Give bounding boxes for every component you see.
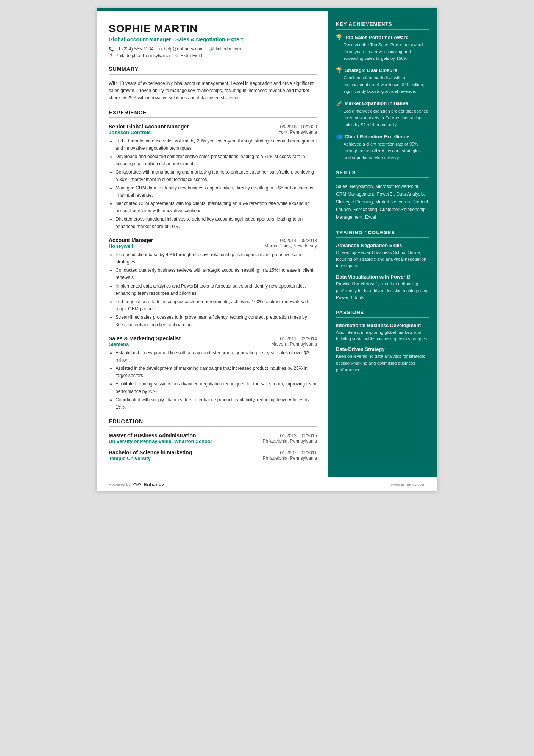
edu-entry-1: Master of Business Administration 01/201…: [109, 432, 317, 444]
footer: Powered by Enhancv www.enhancv.com: [97, 477, 437, 491]
footer-website: www.enhancv.com: [391, 482, 425, 487]
extra-field-value: Extra Field: [180, 53, 202, 58]
phone-icon: 📞: [109, 47, 114, 52]
phone-item: 📞 +1-(234)-555-1234: [109, 46, 153, 52]
training-section: TRAINING / COURSES Advanced Negotiation …: [336, 230, 429, 301]
achievement-desc-2: Clinched a landmark deal with a multinat…: [336, 75, 429, 95]
job-entry-3: Sales & Marketing Specialist 01/2011 - 0…: [109, 335, 317, 411]
job-bullets-1: Led a team to increase sales volume by 2…: [109, 138, 317, 230]
job-location-2: Morris Plains, New Jersey: [264, 243, 317, 249]
bullet: Collaborated with manufacturing and mark…: [116, 169, 317, 183]
star-icon: ☆: [175, 53, 179, 58]
achievement-item-3: 🚀 Market Expansion Initiative Led a mark…: [336, 100, 429, 128]
email-icon: ✉: [159, 47, 162, 52]
right-column: KEY ACHIEVEMENTS 🏆 Top Sales Performer A…: [328, 11, 437, 477]
job-entry-2: Account Manager 03/2014 - 05/2018 Honeyw…: [109, 237, 317, 329]
rocket-icon: 🚀: [336, 100, 342, 106]
job-company-3: Siemens: [109, 341, 129, 347]
edu-degree-1: Master of Business Administration: [109, 432, 196, 438]
education-section: EDUCATION Master of Business Administrat…: [109, 418, 317, 461]
edu-header-1: Master of Business Administration 01/201…: [109, 432, 317, 438]
job-role-1: Senior Global Account Manager: [109, 124, 189, 130]
job-location-3: Malvern, Pennsylvania: [271, 341, 317, 347]
achievement-desc-1: Received the Top Sales Performer award t…: [336, 42, 429, 62]
linkedin-value: linkedin.com: [216, 46, 241, 52]
job-company-1: Johnson Controls: [109, 130, 151, 135]
passion-desc-2: Keen on leveraging data analytics for st…: [336, 353, 429, 373]
passion-item-1: International Business Development Avid …: [336, 322, 429, 343]
bullet: Managed CRM data to identify new busines…: [116, 185, 317, 199]
edu-dates-1: 01/2013 - 01/2015: [280, 433, 317, 438]
achievement-title-1: 🏆 Top Sales Performer Award: [336, 34, 429, 40]
bullet: Facilitated training sessions on advance…: [116, 380, 317, 395]
resume-body: SOPHIE MARTIN Global Account Manager | S…: [97, 11, 437, 477]
edu-location-1: Philadelphia, Pennsylvania: [263, 438, 317, 444]
skills-title: SKILLS: [336, 170, 429, 178]
job-company-2: Honeywell: [109, 243, 133, 249]
job-role-2: Account Manager: [109, 237, 153, 243]
achievements-title: KEY ACHIEVEMENTS: [336, 21, 429, 30]
top-accent-bar: [97, 8, 437, 11]
job-company-row-1: Johnson Controls York, Pennsylvania: [109, 130, 317, 135]
job-company-row-2: Honeywell Morris Plains, New Jersey: [109, 243, 317, 249]
summary-section: SUMMARY With 10 years of experience in g…: [109, 66, 317, 102]
footer-brand: Powered by Enhancv: [109, 481, 164, 487]
enhancv-logo-icon: [133, 481, 141, 487]
candidate-name: SOPHIE MARTIN: [109, 23, 317, 35]
job-header-3: Sales & Marketing Specialist 01/2011 - 0…: [109, 335, 317, 341]
phone-value: +1-(234)-555-1234: [116, 46, 153, 52]
brand-name: Enhancv: [144, 482, 164, 487]
experience-section: EXPERIENCE Senior Global Account Manager…: [109, 110, 317, 411]
achievement-title-4: 👥 Client Retention Excellence: [336, 133, 429, 139]
trophy-icon-2: 🏆: [336, 67, 342, 73]
powered-by-text: Powered by: [109, 482, 131, 487]
edu-location-2: Philadelphia, Pennsylvania: [263, 455, 317, 461]
job-bullets-3: Established a new product line with a ma…: [109, 349, 317, 411]
location-icon: 📍: [109, 53, 114, 58]
contact-row-2: 📍 Philadelphia, Pennsylvania ☆ Extra Fie…: [109, 53, 317, 58]
achievement-title-2: 🏆 Strategic Deal Closure: [336, 67, 429, 73]
passion-desc-1: Avid interest in exploring global market…: [336, 329, 429, 343]
job-dates-3: 01/2011 - 02/2014: [280, 336, 317, 341]
bullet: Implemented data analytics and PowerBI t…: [116, 283, 317, 297]
bullet: Increased client base by 40% through eff…: [116, 251, 317, 266]
email-item: ✉ help@enhancv.com: [159, 46, 203, 52]
summary-title: SUMMARY: [109, 66, 317, 75]
job-header-1: Senior Global Account Manager 06/2018 - …: [109, 124, 317, 130]
edu-header-2: Bachelor of Science in Marketing 01/2007…: [109, 449, 317, 455]
bullet: Conducted quarterly business reviews wit…: [116, 267, 317, 281]
achievements-section: KEY ACHIEVEMENTS 🏆 Top Sales Performer A…: [336, 21, 429, 161]
edu-degree-2: Bachelor of Science in Marketing: [109, 449, 192, 455]
linkedin-item: 🔗 linkedin.com: [209, 46, 241, 52]
training-item-2: Data Visualization with Power BI Provide…: [336, 274, 429, 301]
passions-section: PASSIONS International Business Developm…: [336, 310, 429, 374]
edu-school-1: University of Pennsylvania, Wharton Scho…: [109, 438, 212, 444]
skills-text: Sales, Negotiation, Microsoft PowerPoint…: [336, 183, 429, 221]
job-dates-2: 03/2014 - 05/2018: [280, 238, 317, 243]
location-item: 📍 Philadelphia, Pennsylvania: [109, 53, 170, 58]
job-role-3: Sales & Marketing Specialist: [109, 335, 181, 341]
bullet: Directed cross-functional initiatives to…: [116, 216, 317, 230]
achievement-item-1: 🏆 Top Sales Performer Award Received the…: [336, 34, 429, 62]
job-dates-1: 06/2018 - 10/2023: [280, 124, 317, 130]
edu-school-row-1: University of Pennsylvania, Wharton Scho…: [109, 438, 317, 444]
bullet: Developed and executed comprehensive sal…: [116, 153, 317, 167]
job-entry-1: Senior Global Account Manager 06/2018 - …: [109, 124, 317, 230]
training-desc-1: Offered by Harvard Business School Onlin…: [336, 249, 429, 269]
resume-wrapper: SOPHIE MARTIN Global Account Manager | S…: [97, 8, 437, 491]
job-location-1: York, Pennsylvania: [278, 130, 317, 135]
users-icon: 👥: [336, 133, 342, 139]
job-company-row-3: Siemens Malvern, Pennsylvania: [109, 341, 317, 347]
achievement-desc-4: Achieved a client retention rate of 95% …: [336, 141, 429, 161]
bullet: Streamlined sales processes to improve t…: [116, 314, 317, 328]
passion-item-2: Data-Driven Strategy Keen on leveraging …: [336, 346, 429, 373]
bullet: Assisted in the development of marketing…: [116, 365, 317, 379]
experience-title: EXPERIENCE: [109, 110, 317, 118]
achievement-item-4: 👥 Client Retention Excellence Achieved a…: [336, 133, 429, 161]
bullet: Led negotiation efforts in complex custo…: [116, 298, 317, 313]
job-header-2: Account Manager 03/2014 - 05/2018: [109, 237, 317, 243]
training-title-1: Advanced Negotiation Skills: [336, 243, 429, 248]
passion-title-1: International Business Development: [336, 322, 429, 328]
bullet: Led a team to increase sales volume by 2…: [116, 138, 317, 152]
passion-title-2: Data-Driven Strategy: [336, 346, 429, 352]
